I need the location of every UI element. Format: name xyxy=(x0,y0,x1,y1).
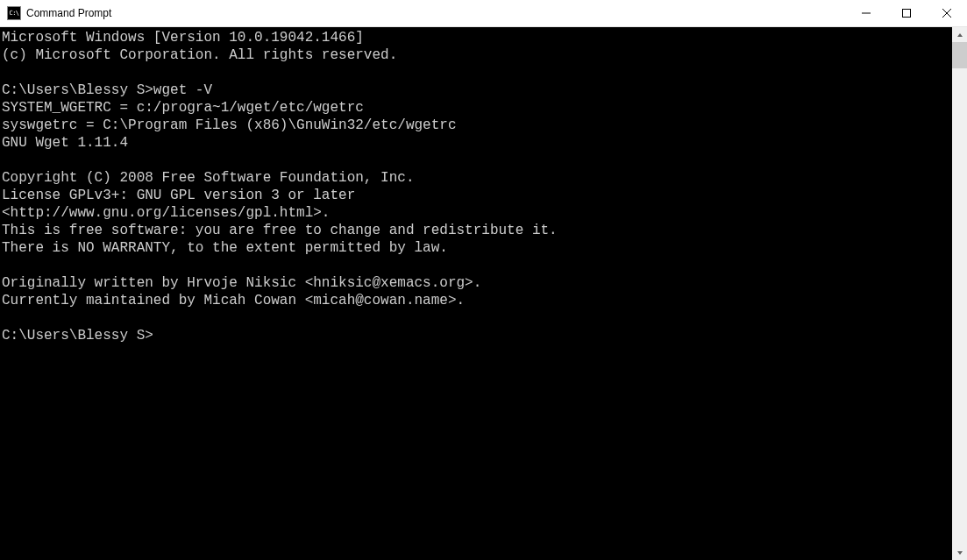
scroll-up-button[interactable] xyxy=(952,27,967,42)
close-button[interactable] xyxy=(927,0,967,26)
maximize-button[interactable] xyxy=(886,0,927,26)
window-controls xyxy=(846,0,967,26)
terminal-line: GNU Wget 1.11.4 xyxy=(2,135,128,151)
terminal-line: Microsoft Windows [Version 10.0.19042.14… xyxy=(2,30,364,46)
terminal-line: Originally written by Hrvoje Niksic <hni… xyxy=(2,275,481,291)
terminal-line: License GPLv3+: GNU GPL version 3 or lat… xyxy=(2,188,355,203)
terminal-output[interactable]: Microsoft Windows [Version 10.0.19042.14… xyxy=(0,27,952,560)
terminal-line: This is free software: you are free to c… xyxy=(2,223,558,238)
terminal-line: <http://www.gnu.org/licenses/gpl.html>. xyxy=(2,205,330,221)
svg-marker-5 xyxy=(957,551,963,555)
content-area: Microsoft Windows [Version 10.0.19042.14… xyxy=(0,27,967,560)
scroll-down-button[interactable] xyxy=(952,545,967,560)
terminal-line: SYSTEM_WGETRC = c:/progra~1/wget/etc/wge… xyxy=(2,100,364,116)
cmd-icon: C:\ xyxy=(7,6,21,20)
terminal-line: (c) Microsoft Corporation. All rights re… xyxy=(2,47,397,63)
current-prompt: C:\Users\Blessy S> xyxy=(2,328,153,344)
terminal-line: C:\Users\Blessy S>wget -V xyxy=(2,82,212,98)
minimize-button[interactable] xyxy=(846,0,886,26)
terminal-line: Copyright (C) 2008 Free Software Foundat… xyxy=(2,170,414,186)
scrollbar-track[interactable] xyxy=(952,42,967,545)
titlebar[interactable]: C:\ Command Prompt xyxy=(0,0,967,27)
window-title: Command Prompt xyxy=(26,7,111,19)
scrollbar-thumb[interactable] xyxy=(952,42,967,68)
vertical-scrollbar[interactable] xyxy=(952,27,967,560)
svg-rect-1 xyxy=(903,10,911,18)
terminal-line: Currently maintained by Micah Cowan <mic… xyxy=(2,293,465,308)
svg-marker-4 xyxy=(957,33,963,37)
terminal-line: syswgetrc = C:\Program Files (x86)\GnuWi… xyxy=(2,117,456,133)
terminal-line: There is NO WARRANTY, to the extent perm… xyxy=(2,240,448,256)
